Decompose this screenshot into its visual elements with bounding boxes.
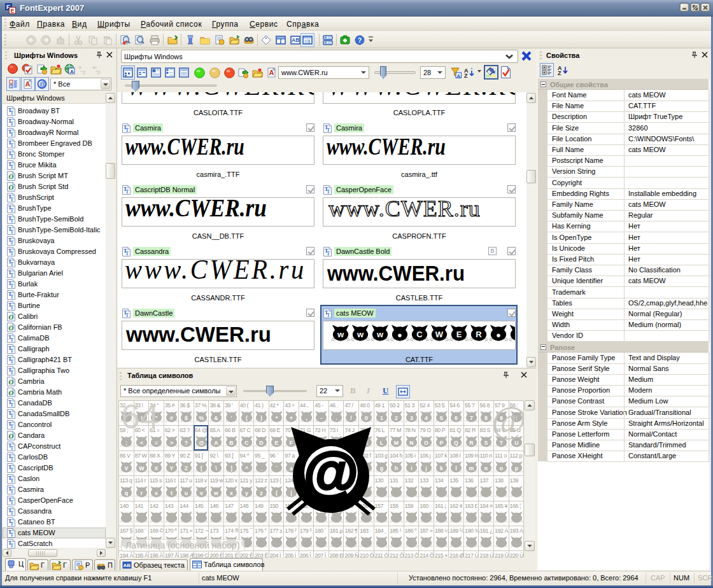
svg-text:T: T <box>327 312 330 318</box>
svg-text:w: w <box>376 330 384 339</box>
svg-text:R: R <box>476 330 482 339</box>
svg-text:A: A <box>215 440 219 446</box>
svg-text:@: @ <box>39 81 46 88</box>
svg-text:#: # <box>170 415 173 421</box>
svg-text:o: o <box>500 465 503 472</box>
svg-text:A: A <box>25 80 30 88</box>
svg-text:T: T <box>10 359 14 365</box>
svg-text:T: T <box>10 510 14 516</box>
svg-text:T: T <box>10 153 14 159</box>
svg-text:T: T <box>327 251 330 256</box>
svg-text:T: T <box>10 207 14 213</box>
svg-text:;: ; <box>125 440 127 446</box>
svg-text:A: A <box>269 69 274 76</box>
svg-text:<: < <box>140 440 143 446</box>
svg-text:): ) <box>260 415 262 421</box>
svg-text:s: s <box>155 490 158 496</box>
svg-text:>: > <box>170 440 173 446</box>
svg-text:=: = <box>155 440 158 446</box>
svg-text:M: M <box>394 440 399 446</box>
svg-text:N: N <box>409 440 413 446</box>
svg-text:_: _ <box>259 465 263 472</box>
svg-text:+: + <box>290 415 293 421</box>
svg-text:x: x <box>230 490 233 496</box>
svg-text:3: 3 <box>410 415 413 421</box>
svg-text:w: w <box>337 330 344 339</box>
svg-text:T: T <box>10 543 14 549</box>
svg-text:T: T <box>10 251 14 256</box>
svg-text:AB: AB <box>292 37 299 43</box>
svg-text:8: 8 <box>484 415 488 421</box>
svg-text:T: T <box>10 467 14 473</box>
svg-text:j: j <box>425 465 427 472</box>
svg-text:T: T <box>10 532 14 538</box>
svg-text:O: O <box>9 389 14 396</box>
svg-text:T: T <box>10 143 14 148</box>
svg-text:O: O <box>424 440 428 446</box>
svg-text:E: E <box>11 8 15 14</box>
svg-text:t: t <box>171 490 173 496</box>
svg-text:i: i <box>411 465 412 472</box>
svg-text:a: a <box>78 64 81 70</box>
svg-text:Z: Z <box>558 70 561 75</box>
svg-text:T: T <box>10 294 14 300</box>
svg-text:O: O <box>9 324 14 332</box>
svg-text:{: { <box>275 490 278 496</box>
svg-text:k: k <box>440 465 443 472</box>
svg-text:AB: AB <box>124 563 131 568</box>
svg-text:R: R <box>469 440 474 446</box>
svg-text:T: T <box>125 189 129 195</box>
svg-text:y: y <box>245 490 248 496</box>
svg-text:E: E <box>274 440 278 446</box>
svg-text:P: P <box>439 440 443 446</box>
svg-text:*: * <box>275 415 278 421</box>
svg-text:T: T <box>10 478 14 484</box>
svg-text:Z: Z <box>464 73 468 78</box>
svg-text:1: 1 <box>380 415 383 421</box>
svg-text:B: B <box>229 440 233 446</box>
svg-text:%: % <box>199 415 204 421</box>
svg-text:[: [ <box>201 465 202 472</box>
svg-text:A: A <box>457 73 461 79</box>
svg-text:O: O <box>9 172 14 180</box>
svg-text:T: T <box>10 500 14 505</box>
svg-text:O: O <box>9 378 14 386</box>
svg-text:T: T <box>327 189 330 195</box>
svg-text:q: q <box>125 490 128 496</box>
svg-text:z: z <box>260 490 263 496</box>
svg-text:T: T <box>10 218 14 224</box>
svg-text:-: - <box>320 415 322 421</box>
svg-text:V: V <box>125 465 129 472</box>
svg-text:T: T <box>10 110 14 116</box>
svg-text:p: p <box>514 465 518 472</box>
svg-text:T: T <box>327 127 330 133</box>
svg-text:T: T <box>10 305 14 311</box>
svg-text:T: T <box>10 337 14 343</box>
svg-text:T: T <box>125 251 129 256</box>
svg-text:4: 4 <box>425 415 428 421</box>
svg-text:T: T <box>10 445 14 451</box>
svg-text:`: ` <box>276 465 278 472</box>
svg-text:T: T <box>10 85 13 88</box>
svg-text:E: E <box>456 330 462 339</box>
svg-text:D: D <box>259 440 263 446</box>
svg-text:(: ( <box>246 415 248 421</box>
svg-text:β: β <box>83 69 86 75</box>
svg-text:O: O <box>9 432 14 440</box>
svg-text:0: 0 <box>365 415 368 421</box>
svg-text:C: C <box>244 440 249 446</box>
svg-text:Q: Q <box>454 440 458 446</box>
svg-text:T: T <box>10 164 14 170</box>
svg-text:w: w <box>356 330 364 339</box>
svg-text:]: ] <box>230 465 232 472</box>
svg-text:T: T <box>10 121 14 127</box>
svg-text:u: u <box>185 490 188 496</box>
svg-text:T: T <box>10 413 14 419</box>
svg-text:T: T <box>10 424 14 430</box>
svg-text:T: T <box>10 283 14 289</box>
svg-text:r: r <box>140 490 143 496</box>
svg-text:v: v <box>200 490 203 496</box>
svg-text:$: $ <box>185 415 188 421</box>
svg-text:&: & <box>215 415 219 421</box>
svg-text:L: L <box>379 440 383 446</box>
